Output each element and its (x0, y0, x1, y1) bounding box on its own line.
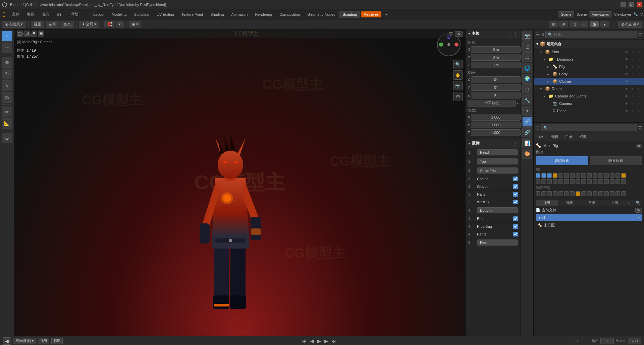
prot-dot-12[interactable] (598, 191, 603, 196)
tab-scripting[interactable]: Scripting (339, 11, 360, 18)
viewport-icon-1[interactable]: □ (17, 30, 23, 37)
bone-tab-catalog[interactable]: 目录 (562, 133, 576, 141)
layer-dot-26[interactable] (587, 179, 592, 184)
props-material-btn[interactable]: 🎨 (522, 149, 532, 159)
tree-item-dominion[interactable]: ▾ 📁 _Dominion 👁 ↑ ○ (534, 56, 644, 63)
attr-bottom-btn[interactable]: Bottom (477, 207, 518, 213)
outliner-search-input[interactable] (554, 32, 635, 37)
prot-dot-10[interactable] (587, 191, 592, 196)
select-menu[interactable]: 选择 (46, 21, 59, 28)
skin-vis-btn[interactable]: 👁 (624, 49, 629, 55)
prot-dot-5[interactable] (558, 191, 563, 196)
pan-btn[interactable]: ✋ (453, 70, 463, 80)
outliner-filter-icon[interactable]: ▽ (638, 32, 642, 37)
layer-dot-6[interactable] (564, 173, 569, 178)
layer-dot-20[interactable] (553, 179, 557, 184)
tree-item-camera[interactable]: 📷 Camera 👁 ↑ ○ (534, 100, 644, 107)
minimize-button[interactable]: — (621, 2, 626, 7)
tab-modeling[interactable]: Modeling (108, 11, 130, 18)
props-data-btn[interactable]: 📊 (522, 138, 532, 148)
scale-x-input[interactable] (471, 114, 521, 121)
rig-rnd-btn[interactable]: ○ (636, 64, 641, 69)
viewport-shading-material[interactable]: ◑ (590, 21, 599, 27)
annotate-btn[interactable]: ✏ (2, 107, 12, 117)
tab-geometry-nodes[interactable]: Geometry Nodes (304, 11, 338, 18)
all-btn-row[interactable]: 全部 + (536, 214, 642, 221)
attr-pants-checkbox[interactable] (513, 232, 518, 236)
sub-tab-grid-icon[interactable]: ⊞ (627, 200, 633, 206)
layer-dot-12[interactable] (598, 173, 603, 178)
layer-dot-16[interactable] (621, 173, 626, 178)
tab-layout[interactable]: Layout (90, 11, 108, 18)
all-add-btn[interactable]: + (638, 216, 640, 219)
viewport-filter-icon[interactable]: ▽ (449, 31, 453, 37)
rot-y-input[interactable] (471, 84, 521, 91)
layer-dot-11[interactable] (593, 173, 597, 178)
layer-dot-1[interactable] (536, 173, 540, 178)
prot-dot-13[interactable] (604, 191, 609, 196)
attr-nails-checkbox[interactable] (513, 192, 518, 197)
layer-dot-10[interactable] (587, 173, 592, 178)
tree-item-clothes[interactable]: ▸ 📦 Clothes 👁 ↑ ○ (534, 78, 644, 85)
layer-dot-28[interactable] (598, 179, 603, 184)
cam-lights-sel-btn[interactable]: ↑ (630, 93, 635, 99)
prot-dot-16[interactable] (621, 191, 626, 196)
move-tool-btn[interactable]: ✥ (2, 57, 12, 68)
layer-dot-8[interactable] (576, 173, 580, 178)
tab-uv-editing[interactable]: UV Editing (153, 11, 177, 18)
prot-dot-6[interactable] (564, 191, 569, 196)
playback-dropdown-btn[interactable]: 回放(播像) ▾ (13, 338, 36, 344)
pos-y-input[interactable] (471, 54, 521, 61)
layer-dot-32[interactable] (621, 179, 626, 184)
prot-dot-11[interactable] (593, 191, 597, 196)
clothes-sel-btn[interactable]: ↑ (630, 79, 635, 84)
zoom-in-btn[interactable]: 🔍 (453, 60, 463, 69)
tab-file-menu[interactable]: 文件 (9, 10, 23, 18)
layer-dot-3[interactable] (547, 173, 552, 178)
props-output-btn[interactable]: 🖨 (522, 42, 532, 52)
tab-redeyes[interactable]: RedEyes (361, 11, 381, 17)
prev-frame-btn[interactable]: ◀ (310, 338, 315, 344)
rot-z-input[interactable] (471, 92, 521, 98)
start-frame-input[interactable] (600, 338, 614, 344)
bone-tab-resource[interactable]: 资源 (576, 133, 590, 141)
next-frame-btn[interactable]: ▶ (324, 338, 329, 344)
gizmo-btn[interactable]: ✥ (559, 21, 568, 27)
scene-selector[interactable]: Scene (558, 11, 574, 17)
clothes-vis-btn[interactable]: 👁 (624, 79, 629, 84)
layer-dot-9[interactable] (581, 173, 586, 178)
plane-vis-btn[interactable]: 👁 (624, 108, 629, 114)
tab-render-menu[interactable]: 渲染 (38, 10, 52, 18)
maximize-button[interactable]: □ (629, 2, 634, 7)
attr-wristb-checkbox[interactable] (513, 200, 518, 204)
tab-rendering[interactable]: Rendering (252, 11, 275, 18)
layer-dot-13[interactable] (604, 173, 609, 178)
layer-dot-2[interactable] (541, 173, 546, 178)
layer-dot-23[interactable] (570, 179, 575, 184)
cam-lights-rnd-btn[interactable]: ○ (636, 93, 641, 99)
scale-z-input[interactable] (471, 129, 521, 136)
layer-dot-7[interactable] (570, 173, 575, 178)
tree-item-body[interactable]: ▸ 📦 Body 👁 ↑ ○ (534, 70, 644, 78)
camera-rnd-btn[interactable]: ○ (636, 101, 641, 106)
layer-dot-27[interactable] (593, 179, 597, 184)
pose-options[interactable]: 姿态选项 ▾ (618, 21, 642, 28)
props-physics-btn[interactable]: 🔗 (522, 117, 532, 127)
clothes-rnd-btn[interactable]: ○ (636, 79, 641, 84)
rig-filter-icon[interactable]: ▽ (638, 125, 642, 130)
cam-lights-vis-btn[interactable]: 👁 (624, 93, 629, 99)
scale-tool-btn[interactable]: ⤡ (2, 80, 12, 91)
tab-animation[interactable]: Animation (228, 11, 251, 18)
props-object-btn[interactable]: ⬡ (522, 84, 532, 94)
layer-dot-29[interactable] (604, 179, 609, 184)
scale-y-input[interactable] (471, 122, 521, 128)
pos-x-input[interactable] (471, 46, 521, 53)
tree-item-skin[interactable]: ▾ 📦 Skin 👁 ↑ ○ (534, 48, 644, 56)
rot-x-input[interactable] (471, 76, 521, 83)
grid-btn[interactable]: ⊞ (453, 92, 463, 101)
body-rnd-btn[interactable]: ○ (636, 71, 641, 77)
layer-dot-4[interactable] (553, 173, 557, 178)
viewport-shading-render[interactable]: ● (600, 21, 609, 27)
viewport-icon-3[interactable]: ■ (32, 30, 37, 37)
tab-sculpting[interactable]: Sculpting (131, 11, 153, 18)
